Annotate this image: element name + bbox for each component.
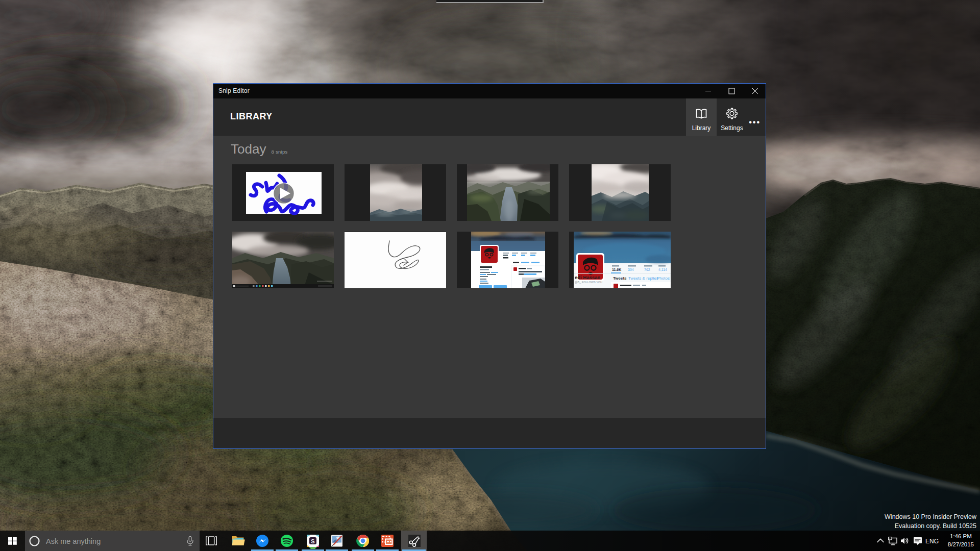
svg-text:@B_ FOLLOWS YOU: @B_ FOLLOWS YOU	[575, 281, 602, 284]
svg-text:edi Hassan: edi Hassan	[575, 274, 600, 280]
svg-text:11.6K: 11.6K	[612, 268, 621, 271]
svg-text:4,114: 4,114	[658, 268, 667, 271]
svg-text:Tweets & replies: Tweets & replies	[628, 276, 658, 281]
svg-text:Tweets: Tweets	[613, 276, 627, 281]
svg-text:762: 762	[644, 268, 650, 271]
svg-text:Photos & videos: Photos & videos	[657, 276, 671, 281]
svg-text:S: S	[311, 538, 314, 544]
svg-text:304: 304	[628, 268, 634, 271]
